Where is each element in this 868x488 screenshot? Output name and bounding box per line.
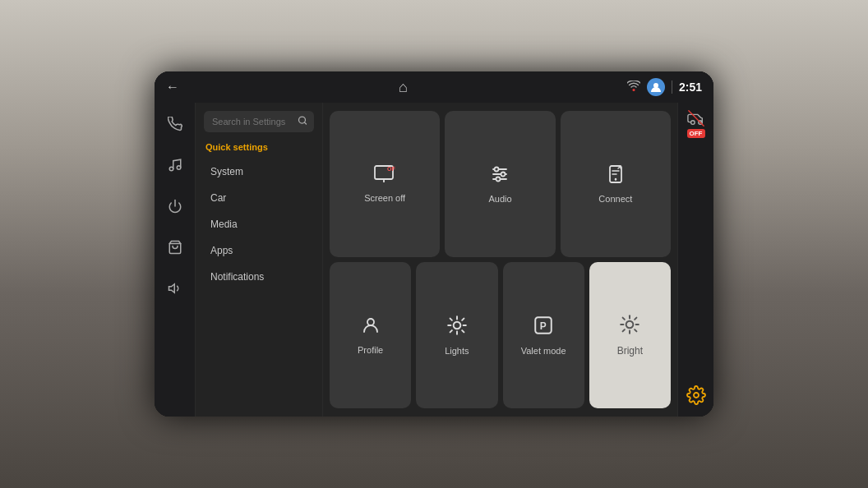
search-bar — [204, 111, 314, 132]
home-button[interactable]: ⌂ — [399, 79, 408, 96]
menu-item-notifications[interactable]: Notifications — [201, 264, 317, 290]
status-left: ← — [166, 80, 179, 94]
audio-icon — [490, 164, 510, 189]
divider — [672, 81, 672, 94]
screen-off-label: Screen off — [364, 193, 405, 203]
power-icon[interactable] — [160, 191, 190, 221]
svg-text:P: P — [540, 320, 547, 332]
profile-label: Profile — [358, 345, 383, 355]
tile-connect[interactable]: Connect — [561, 111, 671, 257]
tile-lights[interactable]: Lights — [416, 262, 497, 408]
svg-point-1 — [169, 167, 173, 171]
svg-line-40 — [635, 318, 637, 320]
volume-icon[interactable] — [160, 274, 190, 303]
svg-line-7 — [304, 122, 306, 124]
off-badge: OFF — [687, 129, 705, 138]
main-content: Quick settings System Car Media Apps Not… — [155, 103, 713, 417]
svg-point-41 — [690, 121, 695, 125]
screen-content: ← ⌂ — [155, 71, 713, 417]
svg-line-28 — [450, 330, 451, 332]
menu-item-system[interactable]: System — [201, 159, 317, 185]
profile-icon — [361, 315, 381, 340]
svg-line-36 — [635, 329, 637, 331]
audio-label: Audio — [488, 194, 511, 204]
tile-valet[interactable]: P Valet mode — [503, 262, 584, 408]
search-icon — [298, 116, 307, 128]
connect-label: Connect — [598, 194, 632, 204]
svg-point-2 — [177, 166, 181, 170]
menu-item-media[interactable]: Media — [201, 211, 317, 237]
status-bar: ← ⌂ — [155, 71, 713, 103]
svg-point-16 — [501, 173, 506, 177]
svg-point-21 — [454, 322, 461, 329]
clock: 2:51 — [679, 81, 702, 94]
screen-off-icon: OFF — [374, 165, 395, 188]
status-center: ⌂ — [399, 79, 408, 96]
lights-label: Lights — [445, 346, 469, 356]
settings-gear-icon[interactable] — [686, 385, 706, 410]
tile-audio[interactable]: Audio — [445, 111, 555, 257]
music-icon[interactable] — [160, 150, 190, 180]
infotainment-screen: ← ⌂ — [155, 71, 713, 417]
svg-line-39 — [623, 329, 625, 331]
valet-icon: P — [533, 315, 554, 341]
svg-point-15 — [495, 168, 499, 172]
svg-text:OFF: OFF — [387, 166, 395, 172]
svg-point-44 — [694, 393, 699, 398]
quick-settings-label: Quick settings — [196, 140, 322, 159]
wifi-icon — [627, 81, 640, 94]
svg-marker-5 — [169, 284, 174, 293]
svg-point-17 — [496, 177, 501, 182]
settings-menu: Quick settings System Car Media Apps Not… — [196, 103, 323, 417]
tile-bright[interactable]: Bright — [589, 262, 671, 408]
grid-row-1: OFF Screen off — [330, 111, 671, 257]
svg-line-29 — [462, 319, 464, 320]
svg-line-24 — [450, 319, 451, 320]
valet-label: Valet mode — [521, 346, 566, 356]
phone-icon[interactable] — [160, 109, 190, 139]
tile-screen-off[interactable]: OFF Screen off — [330, 111, 440, 257]
tile-profile[interactable]: Profile — [330, 262, 411, 408]
bright-label: Bright — [617, 345, 643, 357]
bag-icon[interactable] — [160, 232, 190, 262]
grid-row-2: Profile — [330, 262, 671, 408]
menu-item-car[interactable]: Car — [201, 185, 317, 211]
user-avatar[interactable] — [647, 78, 665, 96]
left-sidebar — [155, 103, 196, 417]
bright-icon — [619, 314, 640, 340]
connect-icon — [606, 164, 626, 189]
svg-line-35 — [623, 318, 625, 320]
quick-settings-grid: OFF Screen off — [323, 103, 677, 417]
menu-item-apps[interactable]: Apps — [201, 237, 317, 264]
status-right: 2:51 — [627, 78, 702, 96]
right-sidebar: OFF — [677, 103, 713, 417]
svg-point-20 — [367, 319, 374, 325]
svg-point-32 — [626, 321, 634, 329]
svg-line-25 — [462, 330, 464, 332]
car-off-indicator: OFF — [687, 109, 705, 138]
lights-icon — [446, 315, 468, 341]
back-button[interactable]: ← — [166, 80, 179, 94]
